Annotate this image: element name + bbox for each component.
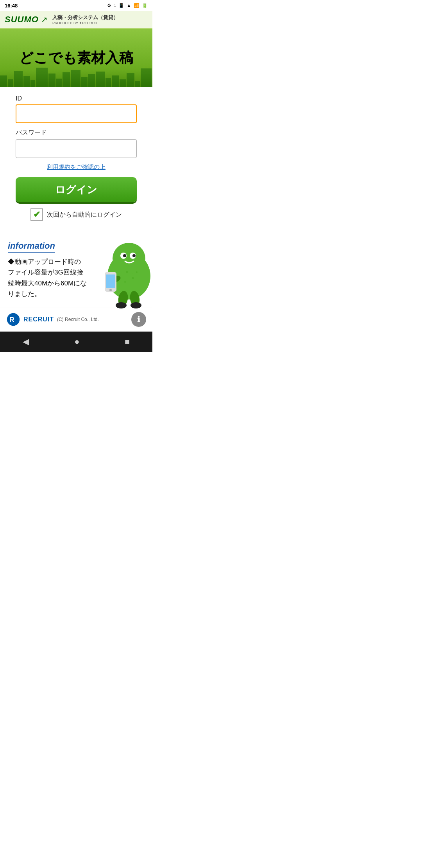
information-section: information ◆動画アップロード時のファイル容量が3G回線接続時最大4… <box>0 241 152 307</box>
copyright-text: (C) Recruit Co., Ltd. <box>57 317 99 322</box>
login-button[interactable]: ログイン <box>16 177 137 202</box>
auto-login-row: ✔ 次回から自動的にログイン <box>16 208 137 221</box>
svg-point-15 <box>132 277 134 279</box>
svg-point-13 <box>131 302 141 308</box>
status-bar: 16:48 ⚙ ↕ 📱 ▲ 📶 🔋 <box>0 0 152 11</box>
suumo-arrow-icon: ↗ <box>41 15 48 24</box>
svg-point-3 <box>123 254 126 257</box>
suumo-logo: SUUMO ↗ <box>5 14 48 25</box>
svg-point-5 <box>132 254 136 257</box>
password-label: パスワード <box>16 129 137 137</box>
svg-point-9 <box>109 289 112 291</box>
banner-main: どこでも素材入稿 <box>0 29 152 87</box>
recruit-logo-icon: R <box>6 312 20 326</box>
svg-point-16 <box>124 281 126 283</box>
svg-rect-8 <box>106 274 115 288</box>
produced-by: PRODUCED BY ✦RECRUIT <box>52 21 118 25</box>
svg-text:R: R <box>9 316 14 324</box>
password-input[interactable] <box>16 139 137 158</box>
svg-point-1 <box>113 243 145 274</box>
svg-point-12 <box>116 302 127 308</box>
suumo-logo-text: SUUMO <box>5 14 39 25</box>
back-button[interactable]: ◀ <box>13 334 39 350</box>
header-top: SUUMO ↗ 入稿・分析システム（賃貸） PRODUCED BY ✦RECRU… <box>0 11 152 29</box>
info-heading: information <box>8 241 55 253</box>
banner-title: どこでも素材入稿 <box>19 49 133 66</box>
settings-icon: ⚙ <box>107 3 111 8</box>
signal-icon: ↕ <box>114 3 116 8</box>
recruit-logo-area: R RECRUIT (C) Recruit Co., Ltd. <box>6 312 99 326</box>
checkbox-check-icon: ✔ <box>33 210 40 220</box>
network-icon: 📶 <box>134 3 139 8</box>
status-icons: ⚙ ↕ 📱 ▲ 📶 🔋 <box>107 3 148 8</box>
status-time: 16:48 <box>5 3 18 9</box>
nav-bar: ◀ ● ■ <box>0 332 152 352</box>
header-banner: SUUMO ↗ 入稿・分析システム（賃貸） PRODUCED BY ✦RECRU… <box>0 11 152 87</box>
sim-icon: 📱 <box>118 3 124 8</box>
mascot-character <box>94 233 152 311</box>
svg-point-14 <box>126 271 128 273</box>
info-text: ◆動画アップロード時のファイル容量が3G回線接続時最大40Mから60Mになりまし… <box>8 256 87 299</box>
auto-login-label: 次回から自動的にログイン <box>47 211 122 219</box>
city-silhouette <box>0 66 152 87</box>
wifi-icon: ▲ <box>127 3 131 8</box>
auto-login-checkbox[interactable]: ✔ <box>30 208 43 221</box>
footer-info-button[interactable]: ℹ <box>131 312 146 327</box>
recent-apps-button[interactable]: ■ <box>115 334 139 350</box>
battery-icon: 🔋 <box>142 3 148 8</box>
id-label: ID <box>16 95 137 102</box>
home-button[interactable]: ● <box>65 334 89 350</box>
svg-point-17 <box>136 271 138 273</box>
id-input[interactable] <box>16 104 137 123</box>
header-subtitle: 入稿・分析システム（賃貸） <box>52 14 118 21</box>
terms-link[interactable]: 利用規約をご確認の上 <box>16 163 137 171</box>
login-form: ID パスワード 利用規約をご確認の上 ログイン ✔ 次回から自動的にログイン <box>0 87 152 241</box>
recruit-logo-text: RECRUIT <box>23 316 54 323</box>
